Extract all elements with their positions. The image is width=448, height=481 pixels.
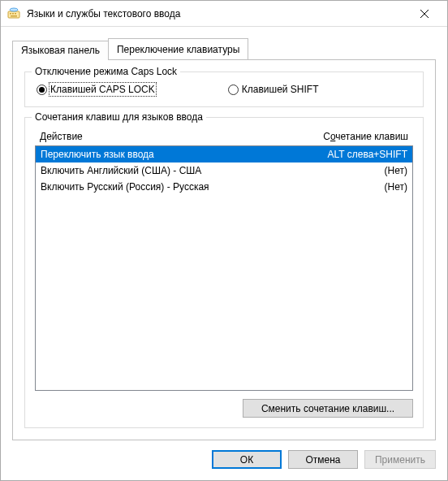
- list-header: Действие Сочетание клавиш: [35, 128, 413, 145]
- list-item-combo: (Нет): [385, 165, 407, 176]
- radio-icon: [228, 84, 239, 95]
- radio-icon: [37, 84, 47, 95]
- ok-button[interactable]: ОК: [212, 450, 282, 469]
- capslock-groupbox: Отключение режима Caps Lock Клавишей CAP…: [24, 72, 424, 107]
- radio-shift-key[interactable]: Клавишей SHIFT: [228, 84, 319, 95]
- svg-rect-4: [11, 15, 17, 17]
- radio-capslock-key[interactable]: Клавишей CAPS LOCK: [37, 84, 155, 95]
- svg-point-5: [10, 8, 18, 11]
- dialog-footer: ОК Отмена Применить: [1, 440, 447, 480]
- list-item-combo: (Нет): [385, 181, 407, 193]
- tab-panel: Отключение режима Caps Lock Клавишей CAP…: [12, 59, 436, 440]
- content-area: Языковая панель Переключение клавиатуры …: [1, 27, 447, 440]
- list-item-action: Включить Русский (Россия) - Русская: [41, 181, 385, 193]
- hotkeys-listbox[interactable]: Переключить язык ввода ALT слева+SHIFT В…: [35, 145, 413, 391]
- header-combo: Сочетание клавиш: [323, 131, 408, 142]
- list-item-combo: ALT слева+SHIFT: [328, 149, 408, 160]
- window-title: Языки и службы текстового ввода: [27, 8, 408, 20]
- keyboard-icon: [7, 7, 20, 20]
- close-button[interactable]: [408, 1, 441, 26]
- list-item[interactable]: Переключить язык ввода ALT слева+SHIFT: [36, 146, 412, 162]
- list-item-action: Переключить язык ввода: [41, 149, 328, 160]
- svg-rect-1: [10, 13, 11, 15]
- cancel-button[interactable]: Отмена: [288, 450, 358, 469]
- radio-label: Клавишей CAPS LOCK: [50, 84, 155, 95]
- list-item-action: Включить Английский (США) - США: [41, 165, 385, 176]
- hotkeys-legend: Сочетания клавиш для языков ввода: [32, 111, 206, 123]
- change-button-row: Сменить сочетание клавиш...: [35, 399, 413, 418]
- svg-rect-0: [8, 11, 19, 18]
- list-item[interactable]: Включить Английский (США) - США (Нет): [36, 162, 412, 179]
- capslock-legend: Отключение режима Caps Lock: [32, 66, 180, 77]
- list-item[interactable]: Включить Русский (Россия) - Русская (Нет…: [36, 179, 412, 195]
- hotkeys-groupbox: Сочетания клавиш для языков ввода Действ…: [24, 117, 424, 428]
- change-hotkey-button[interactable]: Сменить сочетание клавиш...: [243, 399, 413, 418]
- header-action: Действие: [40, 131, 323, 142]
- tab-strip: Языковая панель Переключение клавиатуры: [12, 38, 436, 59]
- svg-rect-3: [15, 13, 16, 15]
- tab-keyboard-switching[interactable]: Переключение клавиатуры: [108, 38, 248, 59]
- dialog-window: Языки и службы текстового ввода Языковая…: [0, 0, 448, 481]
- svg-rect-2: [12, 13, 14, 15]
- apply-button[interactable]: Применить: [364, 450, 436, 469]
- titlebar: Языки и службы текстового ввода: [1, 1, 447, 27]
- radio-label: Клавишей SHIFT: [242, 84, 319, 95]
- tab-language-panel[interactable]: Языковая панель: [12, 41, 109, 60]
- capslock-radio-row: Клавишей CAPS LOCK Клавишей SHIFT: [35, 82, 413, 97]
